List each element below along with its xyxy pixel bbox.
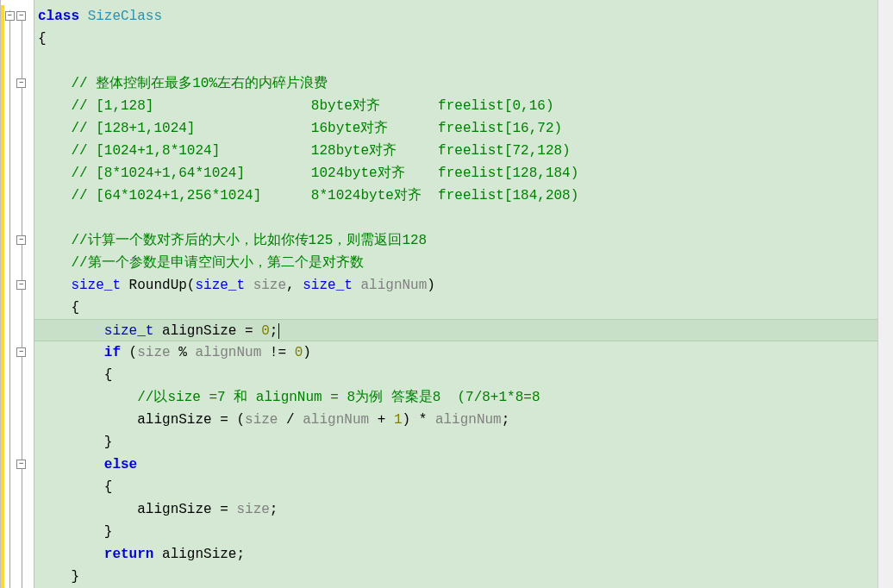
code-line[interactable]: // [1024+1,8*1024] 128byte对齐 freelist[72… — [34, 140, 877, 162]
code-line[interactable]: // [8*1024+1,64*1024] 1024byte对齐 freelis… — [34, 162, 877, 185]
code-line[interactable]: { — [34, 297, 877, 319]
fold-column-inner: −−−−−− — [16, 0, 27, 588]
code-line[interactable] — [34, 50, 877, 72]
code-editor: − −−−−−− class SizeClass{ // 整体控制在最多10%左… — [0, 0, 893, 588]
code-line[interactable]: if (size % alignNum != 0) — [34, 341, 877, 364]
code-line[interactable]: // [1,128] 8byte对齐 freelist[0,16) — [34, 95, 877, 117]
code-text-area[interactable]: class SizeClass{ // 整体控制在最多10%左右的内碎片浪费 /… — [34, 0, 877, 588]
code-line[interactable] — [34, 207, 877, 229]
code-line[interactable]: // [64*1024+1,256*1024] 8*1024byte对齐 fre… — [34, 185, 877, 207]
code-line[interactable]: //第一个参数是申请空间大小，第二个是对齐数 — [34, 252, 877, 274]
code-line[interactable]: alignSize = size; — [34, 498, 877, 521]
code-line[interactable]: return alignSize; — [34, 543, 877, 566]
code-line[interactable]: // [128+1,1024] 16byte对齐 freelist[16,72) — [34, 117, 877, 140]
code-line[interactable]: { — [34, 476, 877, 498]
code-line[interactable]: //以size =7 和 alignNum = 8为例 答案是8 (7/8+1*… — [34, 386, 877, 409]
fold-toggle[interactable]: − — [16, 235, 26, 245]
fold-toggle[interactable]: − — [16, 11, 26, 21]
code-line[interactable]: // 整体控制在最多10%左右的内碎片浪费 — [34, 72, 877, 95]
code-line[interactable]: class SizeClass — [34, 5, 877, 28]
fold-guide-line — [22, 12, 22, 588]
code-line[interactable]: } — [34, 566, 877, 588]
code-line[interactable]: } — [34, 431, 877, 454]
gutter-spacer — [27, 0, 34, 588]
code-line[interactable]: { — [34, 364, 877, 386]
fold-toggle[interactable]: − — [16, 460, 26, 469]
fold-column-outer: − — [4, 0, 16, 588]
fold-toggle[interactable]: − — [16, 347, 26, 357]
code-line[interactable]: alignSize = (size / alignNum + 1) * alig… — [34, 409, 877, 431]
text-cursor — [278, 323, 279, 339]
code-line[interactable]: { — [34, 28, 877, 50]
vertical-scrollbar[interactable] — [877, 0, 893, 588]
editor-gutter: − −−−−−− — [0, 0, 34, 588]
fold-toggle[interactable]: − — [5, 11, 15, 21]
fold-toggle[interactable]: − — [16, 280, 26, 290]
code-line[interactable]: size_t RoundUp(size_t size, size_t align… — [34, 274, 877, 297]
code-line[interactable]: size_t alignSize = 0; — [34, 319, 877, 341]
code-line[interactable]: else — [34, 454, 877, 476]
code-line[interactable]: //计算一个数对齐后的大小，比如你传125，则需返回128 — [34, 229, 877, 252]
code-line[interactable]: } — [34, 521, 877, 543]
fold-guide-line — [9, 10, 10, 588]
fold-toggle[interactable]: − — [16, 78, 26, 88]
